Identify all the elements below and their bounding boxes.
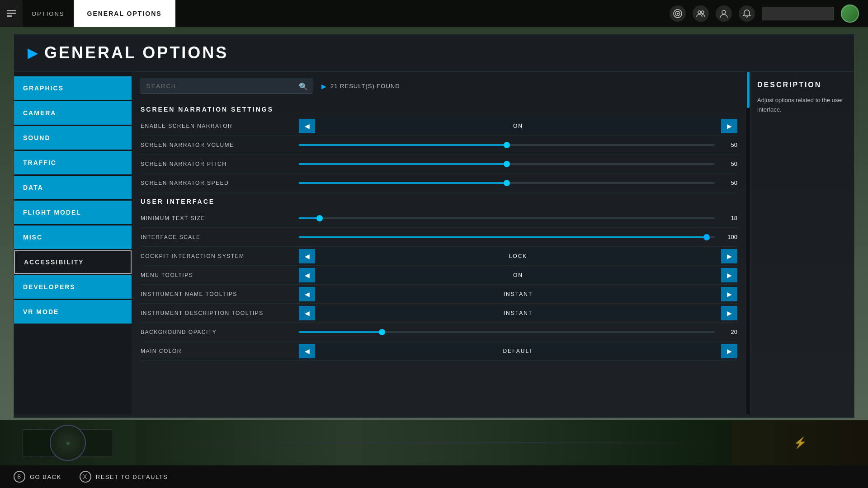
go-back-icon: B [14, 471, 25, 483]
arrow-left-main-color[interactable]: ◀ [299, 344, 315, 358]
arrow-control-menu-tooltips: ◀ ON ▶ [299, 268, 737, 282]
sidebar-item-traffic[interactable]: TRAFFIC [14, 151, 132, 174]
setting-control-instrument-name-tooltips: ◀ INSTANT ▶ [299, 287, 737, 301]
setting-label-narrator-volume: SCREEN NARRATOR VOLUME [141, 142, 299, 148]
sidebar-item-accessibility[interactable]: ACCESSIBILITY [14, 250, 132, 274]
results-arrow-icon: ▶ [321, 83, 327, 90]
settings-list: SCREEN NARRATION SETTINGS ENABLE SCREEN … [141, 100, 737, 408]
topbar-search-input[interactable] [762, 7, 834, 20]
sidebar-item-developers[interactable]: DEVELOPERS [14, 275, 132, 299]
slider-wrap-background-opacity: 20 [299, 328, 737, 335]
sidebar: GRAPHICS CAMERA SOUND TRAFFIC DATA FLIGH… [14, 72, 132, 414]
sidebar-item-data[interactable]: DATA [14, 176, 132, 199]
sidebar-item-camera[interactable]: CAMERA [14, 101, 132, 125]
arrow-right-instrument-name-tooltips[interactable]: ▶ [721, 287, 737, 301]
sidebar-item-flight-model[interactable]: FLIGHT MODEL [14, 201, 132, 224]
page-title-bar: ▶ GENERAL OPTIONS [14, 34, 854, 72]
arrow-left-instrument-name-tooltips[interactable]: ◀ [299, 287, 315, 301]
arrow-control-instrument-name-tooltips: ◀ INSTANT ▶ [299, 287, 737, 301]
user-avatar[interactable] [841, 5, 859, 23]
setting-row-instrument-desc-tooltips: INSTRUMENT DESCRIPTION TOOLTIPS ◀ INSTAN… [141, 304, 737, 323]
logo-icon[interactable] [0, 0, 23, 27]
setting-control-enable-narrator: ◀ ON ▶ [299, 119, 737, 133]
slider-value-min-text-size: 18 [719, 215, 737, 221]
setting-row-narrator-volume: SCREEN NARRATOR VOLUME 50 [141, 136, 737, 155]
slider-value-background-opacity: 20 [719, 328, 737, 335]
setting-row-enable-narrator: ENABLE SCREEN NARRATOR ◀ ON ▶ [141, 117, 737, 136]
setting-label-interface-scale: INTERFACE SCALE [141, 234, 299, 240]
setting-label-main-color: MAIN COLOR [141, 348, 299, 354]
setting-label-narrator-pitch: SCREEN NARRATOR PITCH [141, 161, 299, 167]
description-panel: DESCRIPTION Adjust options related to th… [750, 72, 854, 414]
slider-wrap-narrator-pitch: 50 [299, 160, 737, 167]
arrow-value-cockpit-interaction: LOCK [315, 249, 721, 263]
slider-track-interface-scale[interactable] [299, 236, 715, 238]
arrow-right-main-color[interactable]: ▶ [721, 344, 737, 358]
setting-label-menu-tooltips: MENU TOOLTIPS [141, 272, 299, 278]
setting-label-narrator-speed: SCREEN NARRATOR SPEED [141, 180, 299, 186]
setting-row-min-text-size: MINIMUM TEXT SIZE 18 [141, 209, 737, 228]
slider-track-min-text-size[interactable] [299, 217, 715, 219]
setting-control-interface-scale: 100 [299, 234, 737, 240]
cockpit-strip: ◎ ⚡ [0, 420, 868, 465]
sidebar-item-misc[interactable]: MISC [14, 225, 132, 249]
setting-control-cockpit-interaction: ◀ LOCK ▶ [299, 249, 737, 263]
setting-row-narrator-pitch: SCREEN NARRATOR PITCH 50 [141, 155, 737, 174]
setting-row-narrator-speed: SCREEN NARRATOR SPEED 50 [141, 174, 737, 192]
svg-point-7 [701, 11, 704, 14]
slider-track-background-opacity[interactable] [299, 331, 715, 333]
arrow-left-cockpit-interaction[interactable]: ◀ [299, 249, 315, 263]
arrow-value-menu-tooltips: ON [315, 268, 721, 282]
sidebar-item-graphics[interactable]: GRAPHICS [14, 76, 132, 100]
slider-track-narrator-volume[interactable] [299, 144, 715, 146]
scrollbar-thumb[interactable] [747, 72, 750, 108]
page-title-icon: ▶ [28, 46, 38, 61]
search-bar: 🔍 ▶ 21 RESULT(S) FOUND [141, 79, 737, 94]
arrow-right-enable-narrator[interactable]: ▶ [721, 119, 737, 133]
setting-row-interface-scale: INTERFACE SCALE 100 [141, 228, 737, 247]
setting-control-narrator-pitch: 50 [299, 160, 737, 167]
scrollbar-track[interactable] [746, 72, 750, 414]
setting-row-instrument-name-tooltips: INSTRUMENT NAME TOOLTIPS ◀ INSTANT ▶ [141, 285, 737, 304]
arrow-right-menu-tooltips[interactable]: ▶ [721, 268, 737, 282]
setting-row-menu-tooltips: MENU TOOLTIPS ◀ ON ▶ [141, 266, 737, 285]
arrow-right-instrument-desc-tooltips[interactable]: ▶ [721, 306, 737, 320]
arrow-value-instrument-name-tooltips: INSTANT [315, 287, 721, 301]
bottombar: B GO BACK X RESET TO DEFAULTS [0, 465, 868, 488]
arrow-left-menu-tooltips[interactable]: ◀ [299, 268, 315, 282]
reset-to-defaults-button[interactable]: X RESET TO DEFAULTS [80, 471, 168, 483]
svg-rect-1 [7, 13, 16, 14]
sidebar-item-sound[interactable]: SOUND [14, 126, 132, 150]
multiplayer-icon[interactable] [693, 5, 709, 22]
sidebar-item-vr-mode[interactable]: VR MODE [14, 300, 132, 324]
setting-control-instrument-desc-tooltips: ◀ INSTANT ▶ [299, 306, 737, 320]
go-back-button[interactable]: B GO BACK [14, 471, 61, 483]
content-layout: GRAPHICS CAMERA SOUND TRAFFIC DATA FLIGH… [14, 72, 854, 414]
slider-value-interface-scale: 100 [719, 234, 737, 240]
arrow-control-main-color: ◀ DEFAULT ▶ [299, 344, 737, 358]
setting-label-cockpit-interaction: COCKPIT INTERACTION SYSTEM [141, 253, 299, 259]
notifications-icon[interactable] [739, 5, 755, 22]
slider-value-narrator-speed: 50 [719, 179, 737, 186]
arrow-control-cockpit-interaction: ◀ LOCK ▶ [299, 249, 737, 263]
slider-track-narrator-pitch[interactable] [299, 163, 715, 165]
arrow-right-cockpit-interaction[interactable]: ▶ [721, 249, 737, 263]
achievements-icon[interactable] [670, 5, 686, 22]
slider-value-narrator-pitch: 50 [719, 160, 737, 167]
arrow-value-instrument-desc-tooltips: INSTANT [315, 306, 721, 320]
setting-control-background-opacity: 20 [299, 328, 737, 335]
svg-point-6 [698, 11, 701, 14]
profile-icon[interactable] [716, 5, 732, 22]
setting-label-enable-narrator: ENABLE SCREEN NARRATOR [141, 123, 299, 129]
setting-row-main-color: MAIN COLOR ◀ DEFAULT ▶ [141, 342, 737, 361]
search-input[interactable] [141, 79, 312, 94]
arrow-control-enable-narrator: ◀ ON ▶ [299, 119, 737, 133]
slider-wrap-min-text-size: 18 [299, 215, 737, 221]
setting-label-instrument-desc-tooltips: INSTRUMENT DESCRIPTION TOOLTIPS [141, 310, 299, 316]
arrow-value-main-color: DEFAULT [315, 344, 721, 358]
setting-label-min-text-size: MINIMUM TEXT SIZE [141, 215, 299, 221]
slider-track-narrator-speed[interactable] [299, 182, 715, 184]
page-title: GENERAL OPTIONS [44, 43, 228, 62]
arrow-left-enable-narrator[interactable]: ◀ [299, 119, 315, 133]
arrow-left-instrument-desc-tooltips[interactable]: ◀ [299, 306, 315, 320]
